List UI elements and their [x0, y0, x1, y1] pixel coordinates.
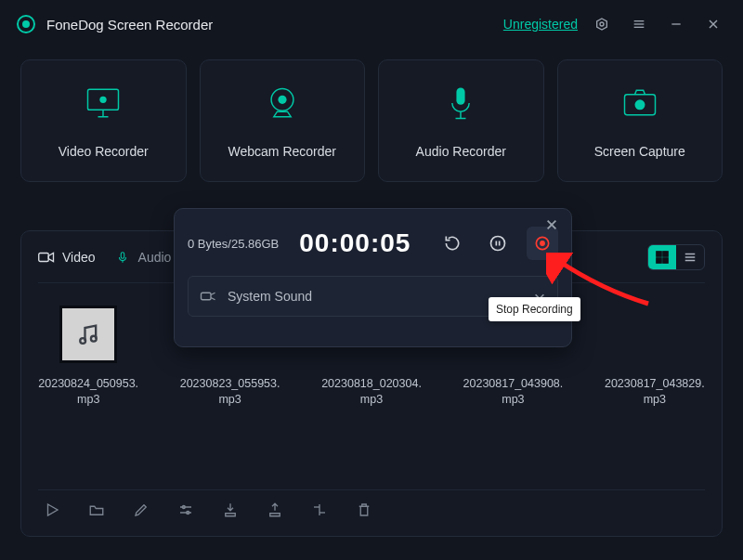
mode-label: Webcam Recorder: [228, 144, 336, 159]
convert-icon[interactable]: [309, 500, 330, 520]
svg-rect-22: [657, 251, 661, 255]
speaker-icon: [200, 290, 216, 303]
svg-point-30: [91, 336, 97, 342]
close-icon[interactable]: [700, 11, 726, 37]
microphone-icon: [440, 83, 481, 124]
svg-rect-46: [202, 293, 212, 300]
tab-video[interactable]: Video: [38, 250, 96, 265]
minimize-icon[interactable]: [663, 11, 689, 37]
recording-controls-row: 0 Bytes/25.86GB 00:00:05: [188, 218, 558, 268]
import-icon[interactable]: [220, 500, 241, 520]
svg-rect-24: [657, 257, 661, 262]
list-item[interactable]: 20230824_050953.mp3: [38, 306, 138, 408]
svg-marker-0: [597, 19, 607, 30]
webcam-icon: [262, 83, 303, 124]
trash-icon[interactable]: [354, 500, 374, 520]
svg-marker-31: [48, 504, 59, 515]
svg-line-48: [211, 298, 215, 300]
export-icon[interactable]: [265, 500, 285, 520]
mode-label: Video Recorder: [59, 144, 149, 159]
mode-screen-capture[interactable]: Screen Capture: [557, 59, 723, 182]
svg-point-13: [278, 96, 286, 104]
view-toggle: [647, 244, 705, 270]
grid-view-button[interactable]: [648, 245, 676, 269]
audio-thumb-icon: [59, 306, 117, 363]
svg-rect-19: [39, 253, 49, 261]
tab-label: Audio: [138, 250, 172, 265]
menu-icon[interactable]: [626, 11, 652, 37]
audio-source-label: System Sound: [228, 289, 522, 304]
library-toolbar: [38, 489, 705, 528]
recording-size-text: 0 Bytes/25.86GB: [188, 237, 279, 251]
svg-rect-20: [121, 252, 124, 257]
file-name: 20230818_020304.mp3: [321, 376, 422, 408]
svg-rect-25: [663, 257, 668, 262]
panel-close-icon[interactable]: [541, 215, 562, 235]
settings-icon[interactable]: [589, 11, 615, 37]
play-icon[interactable]: [42, 500, 62, 520]
svg-point-18: [634, 99, 645, 110]
file-name: 20230823_055953.mp3: [179, 376, 280, 408]
mode-webcam-recorder[interactable]: Webcam Recorder: [200, 59, 366, 182]
titlebar: FoneDog Screen Recorder Unregistered: [0, 0, 743, 48]
stop-recording-tooltip: Stop Recording: [489, 297, 580, 321]
svg-rect-23: [663, 251, 668, 255]
tab-audio[interactable]: Audio: [114, 250, 172, 265]
video-icon: [38, 251, 55, 264]
camera-icon: [619, 83, 660, 124]
file-name: 20230817_043829.mp3: [605, 376, 705, 408]
unregistered-link[interactable]: Unregistered: [503, 17, 578, 32]
svg-rect-14: [457, 88, 465, 105]
svg-line-47: [211, 293, 215, 294]
svg-point-1: [600, 22, 604, 26]
mode-label: Audio Recorder: [416, 144, 506, 159]
app-logo-icon: [17, 15, 35, 33]
pause-button[interactable]: [482, 227, 514, 260]
restart-button[interactable]: [437, 227, 468, 260]
svg-point-41: [490, 237, 504, 251]
edit-icon[interactable]: [131, 500, 151, 520]
svg-point-45: [540, 241, 545, 246]
mode-audio-recorder[interactable]: Audio Recorder: [378, 59, 544, 182]
list-item[interactable]: 20230817_043829.mp3: [605, 306, 705, 408]
mode-cards-row: Video Recorder Webcam Recorder Audio Rec…: [0, 48, 743, 186]
tab-label: Video: [62, 250, 96, 265]
mode-video-recorder[interactable]: Video Recorder: [20, 59, 187, 182]
mode-label: Screen Capture: [594, 144, 685, 159]
list-view-button[interactable]: [676, 245, 704, 269]
file-name: 20230817_043908.mp3: [463, 376, 563, 408]
monitor-icon: [83, 83, 124, 124]
recording-timer: 00:00:05: [299, 228, 411, 258]
folder-icon[interactable]: [86, 500, 107, 520]
svg-point-29: [80, 338, 85, 344]
microphone-small-icon: [114, 251, 131, 264]
file-name: 20230824_050953.mp3: [38, 376, 138, 408]
recording-panel: 0 Bytes/25.86GB 00:00:05 System Sound: [174, 208, 572, 347]
app-title: FoneDog Screen Recorder: [46, 17, 213, 33]
sliders-icon[interactable]: [176, 500, 196, 520]
svg-point-9: [100, 97, 107, 103]
